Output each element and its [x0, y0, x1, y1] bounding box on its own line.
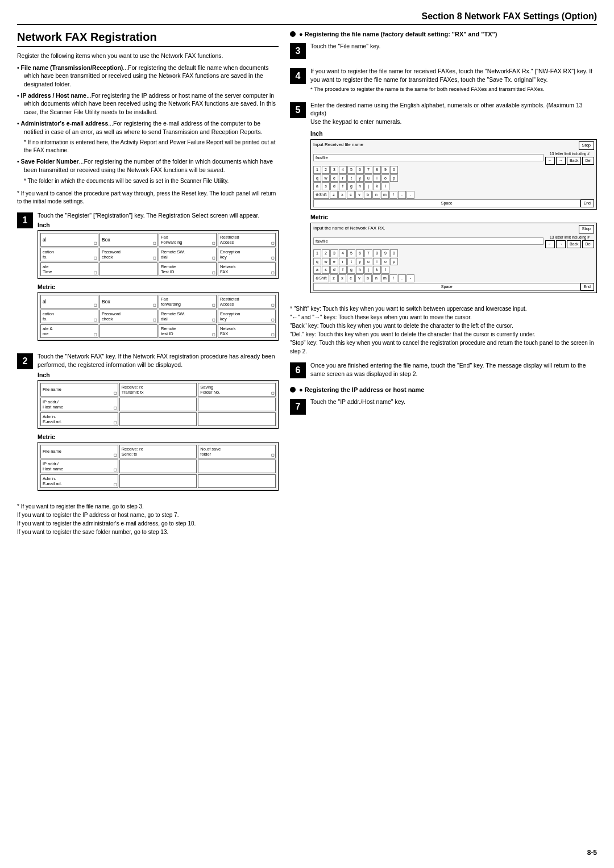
space-key-inch[interactable]: Space [313, 199, 580, 207]
m-key-z[interactable]: z [330, 274, 338, 282]
shift-key[interactable]: ⊕Shift [313, 191, 329, 199]
key-6[interactable]: 6 [356, 166, 364, 174]
m-key-0[interactable]: 0 [390, 249, 398, 257]
m-key-e[interactable]: e [330, 258, 338, 266]
m-key-x[interactable]: x [338, 274, 346, 282]
key-a[interactable]: a [313, 182, 321, 190]
del-btn-inch[interactable]: Del [582, 157, 594, 165]
key-e[interactable]: e [330, 174, 338, 182]
key-1[interactable]: 1 [313, 166, 321, 174]
key-k[interactable]: k [373, 182, 381, 190]
inch-screen-2: File name◻ Receive: rxTransmit: tx Savin… [38, 380, 279, 429]
key-l[interactable]: l [381, 182, 389, 190]
key-slash[interactable]: / [389, 191, 397, 199]
key-h[interactable]: h [356, 182, 364, 190]
key-hyphen[interactable]: - [406, 191, 414, 199]
m-key-k[interactable]: k [373, 266, 381, 274]
end-btn-metric[interactable]: End [580, 283, 594, 291]
key-b[interactable]: b [364, 191, 372, 199]
key-n[interactable]: n [372, 191, 380, 199]
m-key-a[interactable]: a [313, 266, 321, 274]
m-key-g[interactable]: g [347, 266, 355, 274]
m-right-arrow-btn[interactable]: → [556, 240, 566, 248]
key-2[interactable]: 2 [322, 166, 330, 174]
key-q[interactable]: q [313, 174, 321, 182]
m-key-1[interactable]: 1 [313, 249, 321, 257]
m-key-s[interactable]: s [322, 266, 330, 274]
stop-button-inch[interactable]: Stop [579, 141, 594, 150]
key-7[interactable]: 7 [364, 166, 372, 174]
m-key-h[interactable]: h [356, 266, 364, 274]
key-p[interactable]: p [390, 174, 398, 182]
end-btn-inch[interactable]: End [580, 199, 594, 207]
m-key-u[interactable]: u [364, 258, 372, 266]
m-key-j[interactable]: j [364, 266, 372, 274]
key-5[interactable]: 5 [347, 166, 355, 174]
m-key-7[interactable]: 7 [364, 249, 372, 257]
m-key-slash[interactable]: / [389, 274, 397, 282]
key-8[interactable]: 8 [373, 166, 381, 174]
key-v[interactable]: v [355, 191, 363, 199]
right-arrow-btn[interactable]: → [556, 157, 566, 165]
key-3[interactable]: 3 [330, 166, 338, 174]
m-key-o[interactable]: o [381, 258, 389, 266]
key-f[interactable]: f [339, 182, 347, 190]
key-9[interactable]: 9 [381, 166, 389, 174]
space-key-metric[interactable]: Space [313, 283, 580, 291]
key-g[interactable]: g [347, 182, 355, 190]
m-key-d[interactable]: d [330, 266, 338, 274]
key-y[interactable]: y [356, 174, 364, 182]
m-key-6[interactable]: 6 [356, 249, 364, 257]
m-key-w[interactable]: w [322, 258, 330, 266]
key-d[interactable]: d [330, 182, 338, 190]
m-key-r[interactable]: r [339, 258, 347, 266]
m-key-n[interactable]: n [372, 274, 380, 282]
m-key-c[interactable]: c [347, 274, 355, 282]
m-key-b[interactable]: b [364, 274, 372, 282]
key-x[interactable]: x [338, 191, 346, 199]
m-key-p[interactable]: p [390, 258, 398, 266]
key-r[interactable]: r [339, 174, 347, 182]
key-m[interactable]: m [381, 191, 389, 199]
key-t[interactable]: t [347, 174, 355, 182]
key-s[interactable]: s [322, 182, 330, 190]
m-key-q[interactable]: q [313, 258, 321, 266]
key-j[interactable]: j [364, 182, 372, 190]
key-i[interactable]: i [373, 174, 381, 182]
bullet-filename: • File name (Transmission/Reception)...F… [17, 64, 279, 89]
m-key-hyphen[interactable]: - [406, 274, 414, 282]
kbd-input-inch[interactable]: fax/file [313, 154, 544, 161]
m-key-5[interactable]: 5 [347, 249, 355, 257]
key-z[interactable]: z [330, 191, 338, 199]
m-key-8[interactable]: 8 [373, 249, 381, 257]
key-0[interactable]: 0 [390, 166, 398, 174]
m-key-v[interactable]: v [355, 274, 363, 282]
m-shift-key[interactable]: ⊕Shift [313, 274, 329, 282]
m-key-t[interactable]: t [347, 258, 355, 266]
m-key-9[interactable]: 9 [381, 249, 389, 257]
del-btn-metric[interactable]: Del [582, 240, 594, 248]
back-btn-inch[interactable]: Back [567, 157, 582, 165]
kbd-input-metric[interactable]: fax/file [313, 237, 544, 245]
m-key-l[interactable]: l [381, 266, 389, 274]
m-key-2[interactable]: 2 [322, 249, 330, 257]
m-key-4[interactable]: 4 [339, 249, 347, 257]
key-u[interactable]: u [364, 174, 372, 182]
m-key-m[interactable]: m [381, 274, 389, 282]
m-key-f[interactable]: f [339, 266, 347, 274]
key-dot[interactable]: . [398, 191, 406, 199]
key-4[interactable]: 4 [339, 166, 347, 174]
kbd-limit-inch: 13 letter limit including # [550, 151, 590, 156]
key-o[interactable]: o [381, 174, 389, 182]
m-key-3[interactable]: 3 [330, 249, 338, 257]
m-key-y[interactable]: y [356, 258, 364, 266]
m-left-arrow-btn[interactable]: ← [545, 240, 555, 248]
m-key-dot[interactable]: . [398, 274, 406, 282]
key-c[interactable]: c [347, 191, 355, 199]
stop-button-metric[interactable]: Stop [579, 225, 594, 233]
m-key-i[interactable]: i [373, 258, 381, 266]
back-btn-metric[interactable]: Back [567, 240, 582, 248]
key-w[interactable]: w [322, 174, 330, 182]
footnote-4: If you want to register the save folder … [17, 528, 279, 536]
left-arrow-btn[interactable]: ← [545, 157, 555, 165]
